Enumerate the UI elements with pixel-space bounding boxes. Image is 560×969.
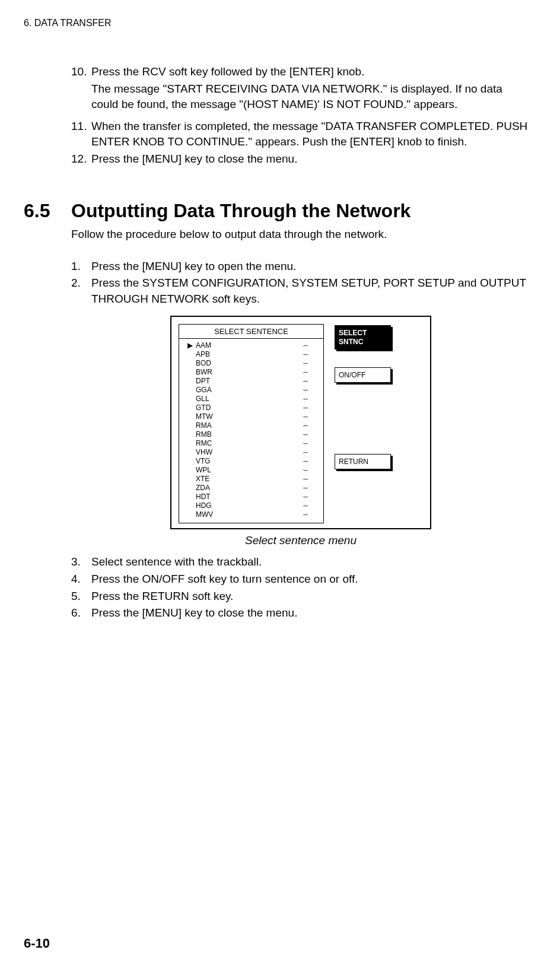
row-value: -- xyxy=(303,404,315,412)
row-marker-icon xyxy=(187,359,196,368)
row-value: -- xyxy=(303,448,315,457)
sentence-list-title: SELECT SENTENCE xyxy=(179,325,323,339)
row-name: GLL xyxy=(196,395,303,404)
row-name: APB xyxy=(196,350,303,359)
sentence-row[interactable]: HDT-- xyxy=(187,493,315,501)
step-4: 4. Press the ON/OFF soft key to turn sen… xyxy=(71,571,530,587)
row-marker-icon: ▶ xyxy=(187,341,196,350)
row-value: -- xyxy=(303,359,315,368)
sentence-row[interactable]: VTG-- xyxy=(187,457,315,466)
select-sentence-figure: SELECT SENTENCE ▶AAM--APB--BOD--BWR--DPT… xyxy=(170,316,431,529)
step-number: 10. xyxy=(71,64,91,80)
sentence-row[interactable]: APB-- xyxy=(187,350,315,359)
row-name: HDT xyxy=(196,493,303,501)
step-text: Press the [MENU] key to close the menu. xyxy=(91,605,530,621)
sentence-row[interactable]: MTW-- xyxy=(187,412,315,421)
row-name: MWV xyxy=(196,510,303,519)
row-value: -- xyxy=(303,510,315,519)
step-number: 2. xyxy=(71,275,91,307)
step-number: 5. xyxy=(71,589,91,605)
step-2: 2. Press the SYSTEM CONFIGURATION, SYSTE… xyxy=(71,275,530,307)
sentence-row[interactable]: MWV-- xyxy=(187,510,315,519)
sentence-row[interactable]: BWR-- xyxy=(187,368,315,377)
row-marker-icon xyxy=(187,368,196,377)
row-name: WPL xyxy=(196,466,303,475)
softkey-label: SELECT SNTNC xyxy=(335,325,391,350)
step-text: Select sentence with the trackball. xyxy=(91,554,530,570)
sentence-row[interactable]: VHW-- xyxy=(187,448,315,457)
step-3: 3. Select sentence with the trackball. xyxy=(71,554,530,570)
row-name: GGA xyxy=(196,386,303,395)
row-marker-icon xyxy=(187,395,196,404)
section-number: 6.5 xyxy=(24,200,71,222)
sentence-row[interactable]: GGA-- xyxy=(187,386,315,395)
sentence-row[interactable]: WPL-- xyxy=(187,466,315,475)
sentence-row[interactable]: RMC-- xyxy=(187,439,315,448)
sentence-row[interactable]: HDG-- xyxy=(187,501,315,510)
softkey-on-off[interactable]: ON/OFF xyxy=(335,367,391,383)
sentence-row[interactable]: XTE-- xyxy=(187,475,315,484)
row-name: BOD xyxy=(196,359,303,368)
step-text: Press the ON/OFF soft key to turn senten… xyxy=(91,571,530,587)
row-name: GTD xyxy=(196,404,303,412)
figure-caption: Select sentence menu xyxy=(71,534,530,547)
step-11: 11. When the transfer is completed, the … xyxy=(71,119,530,150)
row-marker-icon xyxy=(187,466,196,475)
step-number: 6. xyxy=(71,605,91,621)
row-marker-icon xyxy=(187,421,196,430)
sentence-list-panel: SELECT SENTENCE ▶AAM--APB--BOD--BWR--DPT… xyxy=(179,324,324,523)
sentence-row[interactable]: DPT-- xyxy=(187,377,315,386)
content-mid: 1. Press the [MENU] key to open the menu… xyxy=(71,259,530,621)
step-text: Press the SYSTEM CONFIGURATION, SYSTEM S… xyxy=(91,275,530,307)
row-name: RMB xyxy=(196,430,303,439)
step-12: 12. Press the [MENU] key to close the me… xyxy=(71,151,530,167)
sentence-row[interactable]: GLL-- xyxy=(187,395,315,404)
row-value: -- xyxy=(303,412,315,421)
step-number: 4. xyxy=(71,571,91,587)
row-name: MTW xyxy=(196,412,303,421)
row-value: -- xyxy=(303,395,315,404)
section-title: Outputting Data Through the Network xyxy=(71,200,411,222)
softkey-label: ON/OFF xyxy=(335,367,391,383)
row-value: -- xyxy=(303,475,315,484)
step-6: 6. Press the [MENU] key to close the men… xyxy=(71,605,530,621)
step-number: 12. xyxy=(71,151,91,167)
row-marker-icon xyxy=(187,493,196,501)
row-name: VTG xyxy=(196,457,303,466)
row-name: RMC xyxy=(196,439,303,448)
row-name: VHW xyxy=(196,448,303,457)
row-value: -- xyxy=(303,341,315,350)
step-text: When the transfer is completed, the mess… xyxy=(91,119,530,150)
row-marker-icon xyxy=(187,501,196,510)
row-name: HDG xyxy=(196,501,303,510)
row-marker-icon xyxy=(187,484,196,493)
row-value: -- xyxy=(303,368,315,377)
sentence-row[interactable]: ▶AAM-- xyxy=(187,341,315,350)
step-number: 1. xyxy=(71,259,91,275)
softkey-return[interactable]: RETURN xyxy=(335,454,391,469)
step-text: Press the RCV soft key followed by the [… xyxy=(91,64,530,80)
row-value: -- xyxy=(303,466,315,475)
step-text: Press the [MENU] key to close the menu. xyxy=(91,151,530,167)
sentence-row[interactable]: ZDA-- xyxy=(187,484,315,493)
row-value: -- xyxy=(303,501,315,510)
step-number: 11. xyxy=(71,119,91,150)
row-value: -- xyxy=(303,377,315,386)
row-value: -- xyxy=(303,421,315,430)
row-value: -- xyxy=(303,386,315,395)
sentence-row[interactable]: BOD-- xyxy=(187,359,315,368)
step-10-continued: The message "START RECEIVING DATA VIA NE… xyxy=(91,81,530,113)
row-marker-icon xyxy=(187,510,196,519)
softkey-select-sntnc[interactable]: SELECT SNTNC xyxy=(335,325,391,350)
row-value: -- xyxy=(303,493,315,501)
section-heading: 6.5 Outputting Data Through the Network xyxy=(24,200,536,222)
row-value: -- xyxy=(303,457,315,466)
sentence-row[interactable]: RMA-- xyxy=(187,421,315,430)
sentence-row[interactable]: GTD-- xyxy=(187,404,315,412)
sentence-row[interactable]: RMB-- xyxy=(187,430,315,439)
row-name: AAM xyxy=(196,341,303,350)
row-marker-icon xyxy=(187,448,196,457)
row-marker-icon xyxy=(187,377,196,386)
row-marker-icon xyxy=(187,439,196,448)
step-5: 5. Press the RETURN soft key. xyxy=(71,589,530,605)
